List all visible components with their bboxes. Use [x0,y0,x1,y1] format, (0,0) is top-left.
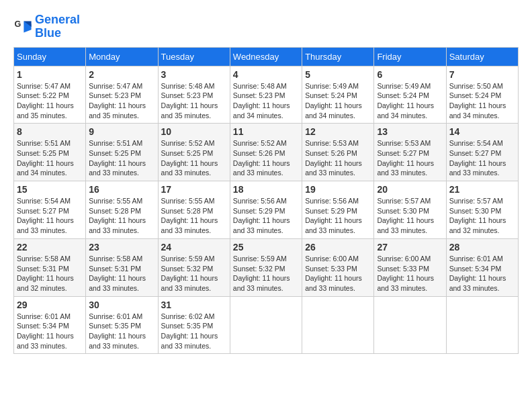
day-info: Sunrise: 5:51 AMSunset: 5:25 PMDaylight:… [17,138,83,178]
day-info: Sunrise: 5:49 AMSunset: 5:24 PMDaylight:… [305,81,371,121]
day-number: 8 [17,126,83,137]
day-number: 22 [17,242,83,253]
day-number: 15 [17,184,83,195]
weekday-header-sunday: Sunday [14,47,86,66]
day-info: Sunrise: 6:01 AMSunset: 5:35 PMDaylight:… [89,312,154,351]
day-number: 20 [377,184,443,195]
day-number: 23 [89,242,154,253]
calendar-day-6: 6 Sunrise: 5:49 AMSunset: 5:24 PMDayligh… [374,66,446,124]
weekday-header-row: SundayMondayTuesdayWednesdayThursdayFrid… [14,47,519,66]
day-info: Sunrise: 5:57 AMSunset: 5:30 PMDaylight:… [449,196,515,236]
day-info: Sunrise: 5:55 AMSunset: 5:28 PMDaylight:… [89,196,154,236]
day-number: 18 [233,184,299,195]
day-number: 31 [161,300,227,310]
calendar-week-2: 8 Sunrise: 5:51 AMSunset: 5:25 PMDayligh… [14,124,519,181]
calendar-day-28: 28 Sunrise: 6:01 AMSunset: 5:34 PMDaylig… [446,238,518,296]
calendar-day-27: 27 Sunrise: 6:00 AMSunset: 5:33 PMDaylig… [374,238,446,296]
day-info: Sunrise: 6:01 AMSunset: 5:34 PMDaylight:… [17,312,83,351]
day-info: Sunrise: 5:48 AMSunset: 5:23 PMDaylight:… [161,81,227,121]
calendar-day-10: 10 Sunrise: 5:52 AMSunset: 5:25 PMDaylig… [158,124,230,181]
day-info: Sunrise: 6:00 AMSunset: 5:33 PMDaylight:… [377,254,443,293]
day-number: 29 [17,300,83,310]
calendar-day-21: 21 Sunrise: 5:57 AMSunset: 5:30 PMDaylig… [446,181,518,239]
day-info: Sunrise: 5:59 AMSunset: 5:32 PMDaylight:… [161,254,227,293]
day-number: 28 [449,242,515,253]
day-number: 6 [377,69,443,80]
weekday-header-saturday: Saturday [446,47,518,66]
day-info: Sunrise: 5:56 AMSunset: 5:29 PMDaylight:… [305,196,371,236]
calendar-day-25: 25 Sunrise: 5:59 AMSunset: 5:32 PMDaylig… [230,238,302,296]
day-number: 10 [161,126,227,137]
day-number: 1 [17,69,83,80]
day-info: Sunrise: 5:57 AMSunset: 5:30 PMDaylight:… [377,196,443,236]
logo-icon: G [13,17,32,36]
empty-cell [446,296,518,354]
day-info: Sunrise: 6:00 AMSunset: 5:33 PMDaylight:… [305,254,371,293]
weekday-header-wednesday: Wednesday [230,47,302,66]
day-number: 13 [377,126,443,137]
day-info: Sunrise: 5:49 AMSunset: 5:24 PMDaylight:… [377,81,443,121]
calendar-day-30: 30 Sunrise: 6:01 AMSunset: 5:35 PMDaylig… [86,296,158,354]
calendar-day-3: 3 Sunrise: 5:48 AMSunset: 5:23 PMDayligh… [158,66,230,124]
day-number: 11 [233,126,299,137]
empty-cell [230,296,302,354]
calendar-day-18: 18 Sunrise: 5:56 AMSunset: 5:29 PMDaylig… [230,181,302,239]
day-info: Sunrise: 5:54 AMSunset: 5:27 PMDaylight:… [449,138,515,178]
calendar-day-12: 12 Sunrise: 5:53 AMSunset: 5:26 PMDaylig… [302,124,374,181]
day-number: 9 [89,126,154,137]
calendar-day-17: 17 Sunrise: 5:55 AMSunset: 5:28 PMDaylig… [158,181,230,239]
calendar-table: SundayMondayTuesdayWednesdayThursdayFrid… [13,47,519,355]
day-number: 30 [89,300,154,310]
calendar-day-14: 14 Sunrise: 5:54 AMSunset: 5:27 PMDaylig… [446,124,518,181]
day-info: Sunrise: 5:48 AMSunset: 5:23 PMDaylight:… [233,81,299,121]
calendar-day-4: 4 Sunrise: 5:48 AMSunset: 5:23 PMDayligh… [230,66,302,124]
day-info: Sunrise: 5:52 AMSunset: 5:26 PMDaylight:… [233,138,299,178]
calendar-day-20: 20 Sunrise: 5:57 AMSunset: 5:30 PMDaylig… [374,181,446,239]
day-info: Sunrise: 5:47 AMSunset: 5:22 PMDaylight:… [17,81,83,121]
calendar-day-24: 24 Sunrise: 5:59 AMSunset: 5:32 PMDaylig… [158,238,230,296]
day-info: Sunrise: 5:58 AMSunset: 5:31 PMDaylight:… [17,254,83,293]
calendar-day-15: 15 Sunrise: 5:54 AMSunset: 5:27 PMDaylig… [14,181,86,239]
day-info: Sunrise: 5:54 AMSunset: 5:27 PMDaylight:… [17,196,83,236]
empty-cell [302,296,374,354]
day-info: Sunrise: 5:58 AMSunset: 5:31 PMDaylight:… [89,254,154,293]
day-number: 7 [449,69,515,80]
day-number: 4 [233,69,299,80]
day-info: Sunrise: 5:55 AMSunset: 5:28 PMDaylight:… [161,196,227,236]
empty-cell [374,296,446,354]
day-info: Sunrise: 5:56 AMSunset: 5:29 PMDaylight:… [233,196,299,236]
day-number: 2 [89,69,154,80]
calendar-day-1: 1 Sunrise: 5:47 AMSunset: 5:22 PMDayligh… [14,66,86,124]
calendar-day-11: 11 Sunrise: 5:52 AMSunset: 5:26 PMDaylig… [230,124,302,181]
day-number: 24 [161,242,227,253]
day-info: Sunrise: 6:01 AMSunset: 5:34 PMDaylight:… [449,254,515,293]
calendar-day-31: 31 Sunrise: 6:02 AMSunset: 5:35 PMDaylig… [158,296,230,354]
day-number: 25 [233,242,299,253]
day-info: Sunrise: 5:53 AMSunset: 5:26 PMDaylight:… [305,138,371,178]
calendar-day-19: 19 Sunrise: 5:56 AMSunset: 5:29 PMDaylig… [302,181,374,239]
logo-text: General Blue [35,13,80,40]
day-info: Sunrise: 5:51 AMSunset: 5:25 PMDaylight:… [89,138,154,178]
calendar-day-7: 7 Sunrise: 5:50 AMSunset: 5:24 PMDayligh… [446,66,518,124]
day-number: 5 [305,69,371,80]
day-info: Sunrise: 5:47 AMSunset: 5:23 PMDaylight:… [89,81,154,121]
day-info: Sunrise: 5:50 AMSunset: 5:24 PMDaylight:… [449,81,515,121]
calendar-day-23: 23 Sunrise: 5:58 AMSunset: 5:31 PMDaylig… [86,238,158,296]
day-info: Sunrise: 5:52 AMSunset: 5:25 PMDaylight:… [161,138,227,178]
day-number: 26 [305,242,371,253]
calendar-week-4: 22 Sunrise: 5:58 AMSunset: 5:31 PMDaylig… [14,238,519,296]
day-info: Sunrise: 5:59 AMSunset: 5:32 PMDaylight:… [233,254,299,293]
day-number: 14 [449,126,515,137]
calendar-day-29: 29 Sunrise: 6:01 AMSunset: 5:34 PMDaylig… [14,296,86,354]
calendar-day-16: 16 Sunrise: 5:55 AMSunset: 5:28 PMDaylig… [86,181,158,239]
day-number: 19 [305,184,371,195]
day-info: Sunrise: 5:53 AMSunset: 5:27 PMDaylight:… [377,138,443,178]
calendar-day-5: 5 Sunrise: 5:49 AMSunset: 5:24 PMDayligh… [302,66,374,124]
weekday-header-thursday: Thursday [302,47,374,66]
day-number: 27 [377,242,443,253]
day-number: 16 [89,184,154,195]
day-number: 21 [449,184,515,195]
logo: G General Blue [13,13,80,40]
calendar-day-26: 26 Sunrise: 6:00 AMSunset: 5:33 PMDaylig… [302,238,374,296]
calendar-day-22: 22 Sunrise: 5:58 AMSunset: 5:31 PMDaylig… [14,238,86,296]
